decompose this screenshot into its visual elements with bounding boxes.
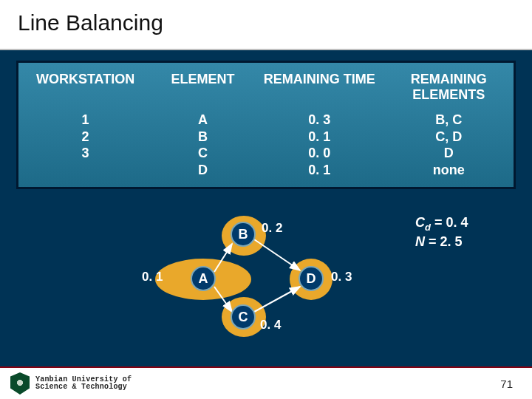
duration-b: 0. 2 bbox=[262, 221, 282, 236]
table-row: 1 2 3 A B C D 0. 3 0. 1 0. 0 0. 1 bbox=[20, 107, 512, 185]
edge-b-d bbox=[254, 239, 300, 270]
cell-element: A B C D bbox=[152, 107, 253, 185]
table-header-row: WORKSTATION ELEMENT REMAINING TIME REMAI… bbox=[20, 64, 512, 106]
slide-title: Line Balancing bbox=[18, 10, 514, 35]
parameters: Cd = 0. 4 N = 2. 5 bbox=[415, 214, 468, 251]
title-bar: Line Balancing bbox=[0, 0, 532, 50]
precedence-diagram: A B C D 0. 1 0. 2 0. 4 0. 3 Cd = 0. 4 N … bbox=[16, 194, 516, 349]
param-n: N = 2. 5 bbox=[415, 233, 468, 250]
duration-c: 0. 4 bbox=[260, 318, 281, 332]
balancing-table: WORKSTATION ELEMENT REMAINING TIME REMAI… bbox=[16, 61, 516, 189]
content-area: WORKSTATION ELEMENT REMAINING TIME REMAI… bbox=[0, 50, 532, 349]
node-a: A bbox=[191, 266, 216, 291]
university-mark: Yanbian University of Science & Technolo… bbox=[10, 372, 132, 395]
th-workstation: WORKSTATION bbox=[20, 64, 151, 106]
th-remaining-elements: REMAINING ELEMENTS bbox=[386, 64, 512, 106]
edge-a-b bbox=[214, 244, 232, 272]
node-d: D bbox=[299, 266, 324, 291]
node-b: B bbox=[231, 222, 256, 247]
crest-icon bbox=[10, 372, 30, 395]
edge-a-c bbox=[214, 287, 232, 312]
node-c: C bbox=[231, 304, 256, 330]
cell-remaining-elements: B, C C, D D none bbox=[386, 107, 512, 185]
edge-c-d bbox=[254, 287, 300, 312]
page-number: 71 bbox=[500, 378, 513, 390]
th-element: ELEMENT bbox=[152, 64, 253, 106]
cell-workstation: 1 2 3 bbox=[20, 107, 151, 185]
slide-footer: Yanbian University of Science & Technolo… bbox=[0, 366, 532, 399]
duration-d: 0. 3 bbox=[331, 270, 352, 284]
cell-remaining-time: 0. 3 0. 1 0. 0 0. 1 bbox=[255, 107, 384, 185]
university-name: Yanbian University of Science & Technolo… bbox=[35, 376, 132, 392]
th-remaining-time: REMAINING TIME bbox=[255, 64, 384, 106]
param-cd: Cd = 0. 4 bbox=[415, 214, 468, 233]
duration-a: 0. 1 bbox=[142, 270, 163, 284]
